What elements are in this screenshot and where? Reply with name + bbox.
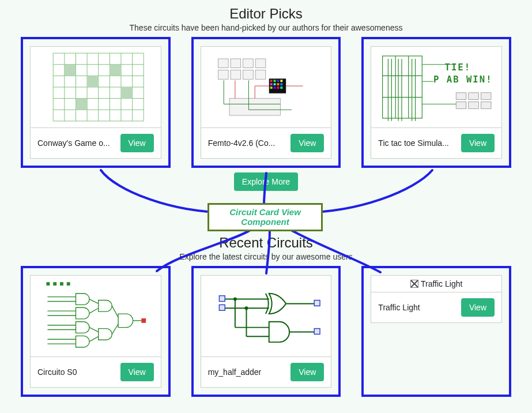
recent-card-group-1: my_half_adder View xyxy=(191,266,341,397)
svg-rect-29 xyxy=(243,70,253,80)
svg-rect-33 xyxy=(270,80,272,82)
svg-rect-90 xyxy=(219,305,225,310)
view-button[interactable]: View xyxy=(290,134,324,152)
card-title: Circuito S0 xyxy=(37,367,77,377)
card-footer: Circuito S0 View xyxy=(31,357,161,387)
editor-card-group-0: Conway's Game o... View xyxy=(21,37,171,168)
cpu-diagram-icon xyxy=(201,47,331,127)
svg-rect-21 xyxy=(121,87,133,99)
svg-rect-53 xyxy=(456,93,467,100)
svg-rect-31 xyxy=(229,99,280,115)
svg-rect-57 xyxy=(469,102,479,109)
svg-rect-43 xyxy=(277,87,279,89)
svg-rect-28 xyxy=(231,70,241,80)
explore-more-button[interactable]: Explore More xyxy=(234,172,298,191)
card-title: Traffic Light xyxy=(378,303,420,312)
editor-card-group-2: TIE! P AB WIN! Tic tac toe Simula... xyxy=(361,37,511,168)
circuit-thumbnail xyxy=(201,276,331,357)
svg-rect-36 xyxy=(280,80,282,82)
view-button[interactable]: View xyxy=(120,134,154,152)
circuit-card: Conway's Game o... View xyxy=(30,46,161,159)
circuit-card: Traffic Light Traffic Light View xyxy=(371,275,502,323)
tictactoe-board-icon: TIE! P AB WIN! xyxy=(371,47,501,127)
svg-rect-40 xyxy=(280,83,282,85)
logic-gates-icon xyxy=(31,276,161,356)
svg-rect-77 xyxy=(60,282,63,286)
svg-rect-34 xyxy=(273,80,276,82)
recent-subtitle: Explore the latest circuits by our aweso… xyxy=(0,252,532,261)
card-title: my_half_adder xyxy=(208,367,262,377)
editor-picks-row: Conway's Game o... View xyxy=(0,37,532,168)
recent-row: Circuito S0 View xyxy=(0,266,532,397)
card-footer: Traffic Light View xyxy=(371,292,501,322)
circuit-thumbnail xyxy=(31,276,161,357)
svg-rect-54 xyxy=(469,93,479,100)
circuit-card: Femto-4v2.6 (Co... View xyxy=(201,46,332,159)
card-footer: Tic tac toe Simula... View xyxy=(371,128,501,158)
svg-rect-91 xyxy=(314,301,320,306)
svg-rect-35 xyxy=(277,80,279,82)
card-footer: Conway's Game o... View xyxy=(31,128,161,158)
circuit-card: TIE! P AB WIN! Tic tac toe Simula... xyxy=(371,46,502,159)
view-button[interactable]: View xyxy=(290,363,324,381)
svg-rect-78 xyxy=(67,282,70,286)
svg-rect-27 xyxy=(218,70,228,80)
editor-picks-title: Editor Picks xyxy=(0,6,532,22)
half-adder-icon xyxy=(201,276,331,356)
recent-title: Recent Circuits xyxy=(0,235,532,251)
svg-rect-38 xyxy=(273,83,276,85)
component-callout: Circuit Card View Component xyxy=(207,203,323,231)
circuit-thumbnail: TIE! P AB WIN! xyxy=(371,47,501,128)
svg-rect-76 xyxy=(53,282,56,286)
explore-more-wrap: Explore More xyxy=(0,172,532,191)
conway-grid-icon xyxy=(31,47,161,127)
svg-rect-92 xyxy=(314,329,320,335)
svg-rect-42 xyxy=(273,87,276,89)
view-button[interactable]: View xyxy=(120,363,154,381)
svg-rect-41 xyxy=(270,87,272,89)
svg-rect-80 xyxy=(201,276,331,355)
svg-rect-89 xyxy=(219,296,225,302)
svg-rect-37 xyxy=(270,83,272,85)
svg-rect-55 xyxy=(481,93,492,100)
editor-card-group-1: Femto-4v2.6 (Co... View xyxy=(191,37,341,168)
svg-rect-56 xyxy=(456,102,467,109)
card-footer: my_half_adder View xyxy=(201,357,331,387)
circuit-card: Circuito S0 View xyxy=(30,275,161,388)
svg-text:P AB WIN!: P AB WIN! xyxy=(433,74,493,85)
svg-text:TIE!: TIE! xyxy=(445,62,471,73)
svg-point-94 xyxy=(244,306,248,310)
svg-rect-30 xyxy=(255,70,266,80)
circuit-thumbnail-broken: Traffic Light xyxy=(371,276,501,292)
component-callout-text: Circuit Card View Component xyxy=(213,207,318,227)
svg-rect-44 xyxy=(280,87,282,89)
card-title: Conway's Game o... xyxy=(37,138,110,148)
page: Editor Picks These circuits have been ha… xyxy=(0,0,532,408)
svg-rect-20 xyxy=(76,99,87,110)
card-title: Tic tac toe Simula... xyxy=(378,138,448,148)
svg-rect-23 xyxy=(218,59,228,68)
svg-rect-18 xyxy=(87,76,99,87)
card-footer: Femto-4v2.6 (Co... View xyxy=(201,128,331,158)
svg-point-93 xyxy=(233,298,237,301)
svg-rect-17 xyxy=(65,65,76,76)
svg-rect-25 xyxy=(243,59,253,68)
circuit-card: my_half_adder View xyxy=(201,275,332,388)
card-title: Femto-4v2.6 (Co... xyxy=(208,138,276,148)
circuit-thumbnail xyxy=(31,47,161,128)
circuit-thumbnail xyxy=(201,47,331,128)
svg-rect-24 xyxy=(231,59,241,68)
svg-rect-58 xyxy=(481,102,492,109)
recent-card-group-2: Traffic Light Traffic Light View xyxy=(361,266,511,397)
svg-rect-39 xyxy=(277,83,279,85)
view-button[interactable]: View xyxy=(461,134,495,152)
svg-rect-26 xyxy=(255,59,266,68)
svg-rect-45 xyxy=(371,47,501,126)
svg-rect-19 xyxy=(110,65,121,76)
recent-card-group-0: Circuito S0 View xyxy=(21,266,171,397)
svg-rect-79 xyxy=(141,318,146,323)
editor-picks-subtitle: These circuits have been hand-picked by … xyxy=(0,23,532,32)
broken-image-icon: Traffic Light xyxy=(407,276,466,292)
view-button[interactable]: View xyxy=(461,298,495,317)
svg-rect-75 xyxy=(46,282,50,286)
